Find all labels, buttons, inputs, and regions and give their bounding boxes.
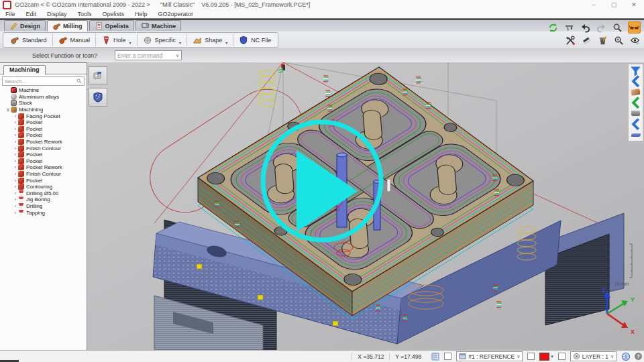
tree-item[interactable]: ›Facing Pocket [0, 113, 87, 119]
expand-arrow-icon[interactable]: › [13, 113, 18, 119]
manual-button[interactable]: Manual [52, 34, 96, 46]
hole-button[interactable]: Hole ▾ [95, 34, 137, 46]
grid-toggle-icon[interactable] [431, 353, 439, 361]
simulation-button[interactable] [89, 66, 107, 85]
tree-item[interactable]: ›Tapping [0, 209, 87, 216]
expand-arrow-icon[interactable]: › [13, 203, 18, 209]
expand-arrow-icon[interactable]: › [13, 132, 18, 138]
search-input[interactable]: Search... [2, 76, 85, 86]
tree-item[interactable]: Stock [0, 100, 87, 107]
menu-display[interactable]: Display [42, 11, 72, 17]
chevron-down-icon[interactable]: ∨ [176, 53, 179, 58]
expand-arrow-icon[interactable]: › [13, 210, 18, 216]
button-label: Hole [113, 37, 126, 44]
standard-button[interactable]: Standard [5, 34, 52, 46]
tree-item[interactable]: ›Pocket Rework [0, 139, 87, 145]
collapse-chevron-icon[interactable] [630, 76, 641, 86]
expand-arrow-icon[interactable]: › [13, 184, 18, 190]
tree-item[interactable]: ›Finish Contour [0, 145, 87, 152]
expand-arrow-icon[interactable]: › [13, 190, 18, 196]
tree-item-label: Pocket Rework [26, 139, 62, 145]
tree-item[interactable]: ›Drilling Ø5.00 [0, 190, 87, 197]
visibility-icon[interactable] [629, 35, 641, 46]
layer-select[interactable]: LAYER : 1 ∨ [570, 351, 616, 361]
close-button[interactable]: ✕ [624, 0, 644, 9]
verification-button[interactable] [89, 88, 107, 107]
redo-icon[interactable] [596, 22, 607, 33]
chevron-down-icon[interactable]: ∨ [610, 354, 614, 359]
expand-arrow-icon[interactable]: › [13, 178, 18, 184]
tree-item[interactable]: ›Pocket [0, 126, 87, 133]
expand-arrow-icon[interactable]: › [13, 145, 18, 152]
delete-icon[interactable] [597, 35, 608, 46]
tab-machine[interactable]: Machine [136, 20, 181, 31]
collapse-chevron-icon[interactable] [630, 98, 641, 107]
expand-arrow-icon[interactable]: › [13, 171, 18, 177]
reference-select[interactable]: #1 : REFERENCE ∨ [456, 351, 523, 361]
specific-button[interactable]: Specific ▾ [137, 34, 187, 46]
sync-icon[interactable] [547, 22, 559, 33]
glasses-icon[interactable] [628, 21, 641, 34]
tree-item[interactable]: ›Finish Contour [0, 171, 87, 178]
tree-item[interactable]: ›Pocket [0, 177, 87, 184]
tree-item[interactable]: ∨Machining [0, 107, 87, 113]
expand-arrow-icon[interactable]: › [13, 158, 18, 164]
help-button[interactable]: ? [635, 353, 642, 360]
tab-milling[interactable]: Milling [47, 20, 88, 32]
expand-arrow-icon[interactable]: › [13, 164, 18, 170]
expand-arrow-icon[interactable]: ∨ [5, 107, 11, 113]
tab-design[interactable]: Design [4, 20, 46, 31]
maximize-button[interactable]: ▢ [604, 0, 624, 9]
color-dropdown-arrow-icon[interactable]: ▾ [551, 354, 553, 359]
current-color-swatch[interactable] [539, 353, 549, 361]
tree-item[interactable]: ›Pocket [0, 152, 87, 158]
zoom-select-icon[interactable] [613, 35, 625, 46]
chevron-down-icon[interactable]: ∨ [517, 354, 520, 359]
dropdown-arrow-icon[interactable]: ▾ [225, 40, 227, 46]
tab-opelists[interactable]: Opelists [89, 20, 135, 31]
tree-item[interactable]: ›Pocket [0, 119, 87, 126]
menu-help[interactable]: Help [129, 11, 153, 17]
tree-item-label: Drilling Ø5.00 [26, 190, 58, 196]
dropdown-arrow-icon[interactable]: ▾ [179, 40, 181, 46]
tree-item[interactable]: ›Drilling [0, 203, 87, 210]
fixture-display-icon[interactable] [630, 130, 641, 139]
menu-file[interactable]: File [0, 11, 21, 17]
eraser-icon[interactable] [581, 35, 592, 46]
tree-item[interactable]: ›Jig Boring [0, 196, 87, 203]
zoom-icon[interactable] [612, 22, 623, 33]
play-button[interactable] [255, 114, 389, 248]
toolkit-icon[interactable] [565, 35, 576, 46]
tree-item[interactable]: ›Pocket Rework [0, 164, 87, 171]
tree-item[interactable]: ›Contouring [0, 184, 87, 190]
view-sphere-icon[interactable] [621, 352, 631, 361]
dropdown-arrow-icon[interactable]: ▾ [129, 40, 131, 46]
caliper-icon[interactable] [564, 22, 575, 33]
expand-arrow-icon[interactable]: › [13, 126, 18, 132]
tree-item[interactable]: ›Pocket [0, 158, 87, 165]
expand-arrow-icon[interactable]: › [13, 196, 18, 202]
nc-file-button[interactable]: NC File [233, 34, 276, 46]
machining-panel: Machining Search... Machine Aluminium al… [0, 62, 87, 350]
command-input[interactable]: Enter a command ∨ [115, 50, 182, 60]
shape-button[interactable]: Shape ▾ [186, 34, 233, 46]
menu-edit[interactable]: Edit [21, 11, 42, 17]
tree-item[interactable]: Aluminium alloys [0, 94, 87, 101]
viewport-3d[interactable]: 20 mm Z Y X [87, 62, 644, 350]
menu-opelists[interactable]: Opelists [97, 11, 130, 17]
undo-icon[interactable] [580, 22, 591, 33]
layer-checkbox[interactable] [558, 353, 566, 360]
menu-go2operator[interactable]: GO2operator [153, 11, 199, 17]
tree-item[interactable]: ›Pocket [0, 132, 87, 139]
reference-checkbox[interactable] [444, 353, 451, 360]
expand-arrow-icon[interactable]: › [13, 139, 18, 145]
collapse-chevron-icon[interactable] [630, 119, 641, 129]
tree-item[interactable]: Machine [0, 87, 87, 94]
expand-arrow-icon[interactable]: › [13, 152, 18, 158]
tab-machining-panel[interactable]: Machining [3, 65, 46, 75]
command-placeholder: Enter a command [117, 52, 176, 59]
menu-tools[interactable]: Tools [72, 11, 97, 17]
expand-arrow-icon[interactable]: › [13, 119, 18, 125]
minimize-button[interactable]: – [584, 0, 604, 9]
color-checkbox[interactable] [527, 353, 535, 360]
